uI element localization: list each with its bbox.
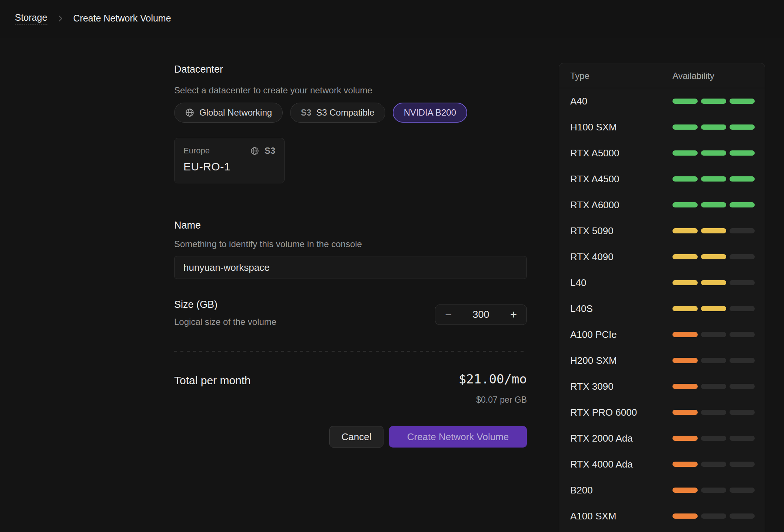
- gpu-type-label: RTX 3090: [570, 381, 614, 392]
- availability-pill: [730, 280, 755, 285]
- availability-pill: [672, 228, 698, 233]
- availability-pill: [672, 202, 698, 207]
- availability-pill: [730, 202, 755, 207]
- filter-chip-s3-compatible[interactable]: S3 S3 Compatible: [290, 103, 385, 123]
- create-network-volume-button[interactable]: Create Network Volume: [389, 426, 527, 448]
- size-value[interactable]: 300: [472, 309, 489, 320]
- gpu-availability-row: L40: [559, 270, 765, 296]
- availability-pill: [701, 99, 726, 104]
- availability-rows: A40 H100 SXM RTX A5000 RTX A4500 RTX A60…: [559, 88, 765, 529]
- gpu-type-label: L40S: [570, 303, 593, 315]
- gpu-type-label: H100 SXM: [570, 122, 617, 133]
- gpu-type-label: A100 PCIe: [570, 329, 617, 340]
- datacenter-label: Datacenter: [174, 64, 223, 75]
- availability-pill: [701, 436, 726, 441]
- availability-pill: [730, 513, 755, 519]
- globe-icon: [250, 146, 259, 156]
- gpu-availability-row: L40S: [559, 296, 765, 322]
- availability-pill: [730, 228, 755, 233]
- chevron-right-icon: [56, 14, 64, 23]
- availability-meter: [672, 436, 755, 441]
- section-divider: [174, 351, 527, 352]
- create-network-volume-page: { "breadcrumb": { "storage": "Storage", …: [0, 0, 784, 532]
- availability-pill: [701, 228, 726, 233]
- availability-meter: [672, 124, 755, 130]
- datacenter-card-eu-ro-1[interactable]: Europe S3 EU-RO-1: [174, 138, 285, 183]
- availability-pill: [672, 462, 698, 467]
- availability-pill: [701, 150, 726, 156]
- total-amount: $21.00/mo: [174, 372, 527, 386]
- gpu-availability-row: A100 SXM: [559, 503, 765, 529]
- name-description: Something to identify this volume in the…: [174, 239, 362, 249]
- filter-chip-global-networking[interactable]: Global Networking: [174, 103, 283, 123]
- gpu-type-label: RTX 2000 Ada: [570, 433, 633, 444]
- availability-meter: [672, 254, 755, 259]
- availability-pill: [730, 488, 755, 493]
- availability-meter: [672, 150, 755, 156]
- availability-pill: [730, 150, 755, 156]
- globe-icon: [185, 108, 195, 117]
- datacenter-description: Select a datacenter to create your netwo…: [174, 85, 372, 96]
- availability-pill: [672, 332, 698, 337]
- size-decrement-button[interactable]: −: [444, 309, 452, 320]
- availability-meter: [672, 488, 755, 493]
- filter-chip-nvidia-b200[interactable]: NVIDIA B200: [393, 103, 467, 123]
- availability-pill: [672, 124, 698, 130]
- breadcrumb-storage-link[interactable]: Storage: [15, 12, 47, 24]
- availability-pill: [730, 384, 755, 389]
- gpu-availability-row: A40: [559, 88, 765, 114]
- size-label: Size (GB): [174, 299, 217, 310]
- availability-pill: [730, 99, 755, 104]
- availability-meter: [672, 202, 755, 207]
- gpu-type-label: RTX A5000: [570, 147, 619, 159]
- size-description: Logical size of the volume: [174, 317, 276, 327]
- datacenter-region: Europe: [183, 146, 210, 156]
- availability-meter: [672, 384, 755, 389]
- availability-pill: [672, 410, 698, 415]
- availability-meter: [672, 358, 755, 363]
- gpu-type-label: RTX 4000 Ada: [570, 459, 633, 470]
- availability-pill: [730, 332, 755, 337]
- availability-pill: [672, 280, 698, 285]
- availability-pill: [672, 384, 698, 389]
- size-increment-button[interactable]: +: [509, 309, 518, 320]
- gpu-type-label: RTX A4500: [570, 173, 619, 185]
- availability-pill: [730, 358, 755, 363]
- gpu-type-label: RTX A6000: [570, 199, 619, 211]
- availability-pill: [672, 358, 698, 363]
- availability-pill: [701, 306, 726, 311]
- gpu-type-label: A40: [570, 96, 587, 107]
- availability-pill: [672, 488, 698, 493]
- page-title: Create Network Volume: [73, 13, 171, 24]
- gpu-availability-row: A100 PCIe: [559, 322, 765, 348]
- datacenter-id: EU-RO-1: [183, 160, 275, 173]
- availability-pill: [672, 306, 698, 311]
- gpu-availability-row: RTX A5000: [559, 140, 765, 166]
- cancel-button[interactable]: Cancel: [329, 426, 383, 448]
- column-header-availability: Availability: [672, 63, 714, 88]
- availability-meter: [672, 280, 755, 285]
- availability-pill: [701, 332, 726, 337]
- availability-pill: [730, 462, 755, 467]
- availability-pill: [701, 176, 726, 182]
- column-header-type: Type: [570, 63, 589, 88]
- availability-pill: [701, 410, 726, 415]
- availability-meter: [672, 332, 755, 337]
- gpu-type-label: A100 SXM: [570, 511, 616, 522]
- gpu-type-label: RTX PRO 6000: [570, 407, 637, 418]
- availability-pill: [701, 124, 726, 130]
- availability-pill: [672, 436, 698, 441]
- gpu-availability-panel: Type Availability A40 H100 SXM RTX A5000…: [559, 63, 765, 532]
- availability-pill: [701, 384, 726, 389]
- gpu-availability-row: B200: [559, 477, 765, 503]
- volume-name-input[interactable]: [174, 256, 527, 279]
- gpu-availability-row: RTX PRO 6000: [559, 399, 765, 425]
- gpu-availability-row: RTX 4000 Ada: [559, 451, 765, 477]
- availability-pill: [730, 254, 755, 259]
- gpu-availability-row: RTX A4500: [559, 166, 765, 192]
- availability-meter: [672, 513, 755, 519]
- availability-meter: [672, 306, 755, 311]
- name-label: Name: [174, 220, 201, 231]
- availability-table-header: Type Availability: [559, 63, 765, 88]
- availability-pill: [730, 124, 755, 130]
